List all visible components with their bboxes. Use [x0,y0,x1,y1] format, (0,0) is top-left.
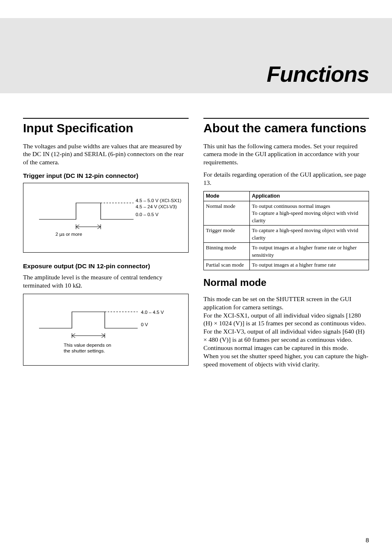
exposure-desc: The amplitude level is the measure of ce… [23,273,189,290]
svg-text:4.0 – 4.5 V: 4.0 – 4.5 V [141,310,164,315]
cell-app: To capture a high-speed moving object wi… [250,226,369,243]
camera-func-p1: This unit has the following camera modes… [203,142,369,166]
normal-p1: This mode can be set on the SHUTTER scre… [203,295,369,311]
table-row: Binning mode To output images at a highe… [204,243,369,260]
camera-func-p2: For details regarding operation of the G… [203,170,369,187]
cell-mode: Trigger mode [204,226,250,243]
normal-p2: For the XCI-SX1, output of all individua… [203,311,369,328]
svg-text:the shutter settings.: the shutter settings. [64,348,105,353]
svg-text:0 V: 0 V [141,322,148,327]
table-row: Trigger mode To capture a high-speed mov… [204,226,369,243]
section-heading-camera-functions: About the camera functions [203,121,369,136]
section-rule [23,118,189,119]
svg-text:2 µs or more: 2 µs or more [55,232,82,237]
cell-mode: Partial scan mode [204,260,250,270]
left-column: Input Specification The voltages and pul… [23,118,189,375]
svg-text:0.0 – 0.5 V: 0.0 – 0.5 V [136,212,159,217]
exposure-diagram: 4.0 – 4.5 V 0 V This value depends on th… [23,294,189,366]
normal-mode-heading: Normal mode [203,277,369,288]
cell-mode: Binning mode [204,243,250,260]
th-mode: Mode [204,191,250,201]
chapter-header: Functions [0,18,392,93]
section-heading-input-spec: Input Specification [23,121,189,136]
content-columns: Input Specification The voltages and pul… [23,118,369,375]
exposure-heading: Exposure output (DC IN 12-pin connector) [23,263,189,270]
table-row: Partial scan mode To output images at a … [204,260,369,270]
chapter-title: Functions [267,61,369,87]
normal-p4: Continuous normal images can be captured… [203,344,369,352]
cell-app: To output images at a higher frame rate [250,260,369,270]
exposure-waveform-icon: 4.0 – 4.5 V 0 V This value depends on th… [31,306,183,359]
normal-p5: When you set the shutter speed higher, y… [203,352,369,368]
normal-p3: For the XCI-V3, output of all individual… [203,327,369,344]
svg-text:4.5 – 5.0 V (XCI-SX1): 4.5 – 5.0 V (XCI-SX1) [136,198,181,203]
trigger-diagram: 4.5 – 5.0 V (XCI-SX1) 4.5 – 24 V (XCI-V3… [23,183,189,253]
trigger-waveform-icon: 4.5 – 5.0 V (XCI-SX1) 4.5 – 24 V (XCI-V3… [31,195,183,244]
table-header-row: Mode Application [204,191,369,201]
section-rule [203,118,369,119]
cell-mode: Normal mode [204,201,250,226]
right-column: About the camera functions This unit has… [203,118,369,375]
intro-paragraph: The voltages and pulse widths are values… [23,142,189,166]
cell-app: To output images at a higher frame rate … [250,243,369,260]
svg-text:This value depends on: This value depends on [64,343,111,348]
table-row: Normal mode To output continuous normal … [204,201,369,226]
modes-table: Mode Application Normal mode To output c… [203,191,369,270]
trigger-heading: Trigger input (DC IN 12-pin connector) [23,172,189,180]
th-application: Application [250,191,369,201]
svg-text:4.5 – 24 V (XCI-V3): 4.5 – 24 V (XCI-V3) [136,204,177,209]
cell-app: To output continuous normal images To ca… [250,201,369,226]
